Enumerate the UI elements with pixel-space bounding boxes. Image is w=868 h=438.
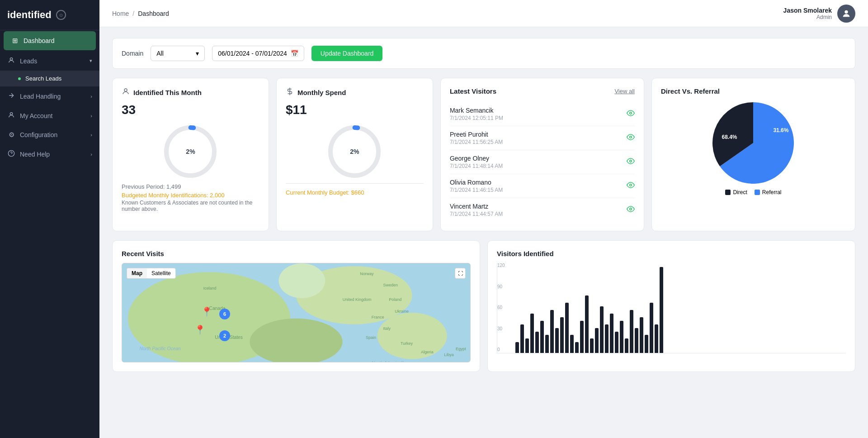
bar (615, 332, 618, 353)
map-pin-2[interactable]: 📍 (194, 324, 206, 335)
monthly-spend-title-text: Monthly Spend (297, 89, 346, 96)
svg-point-37 (279, 263, 326, 298)
map-expand-button[interactable]: ⛶ (455, 268, 466, 279)
bar (635, 328, 638, 353)
view-visitor-icon[interactable] (627, 157, 635, 167)
visitors-identified-card: Visitors Identified 120 90 60 30 0 (487, 240, 855, 372)
sidebar-item-lead-handling[interactable]: Lead Handling › (0, 86, 99, 106)
svg-text:Ukraine: Ukraine (395, 309, 409, 314)
sidebar-item-leads[interactable]: Leads ▾ (0, 51, 99, 71)
svg-text:North Pacific Ocean: North Pacific Ocean (140, 346, 181, 351)
sidebar-item-my-account[interactable]: My Account › (0, 106, 99, 125)
brand-name: identified (7, 9, 52, 21)
domain-value: All (156, 50, 164, 57)
chevron-right-icon: › (90, 132, 92, 138)
date-range-picker[interactable]: 06/01/2024 - 07/01/2024 📅 (212, 46, 304, 61)
bar (540, 321, 544, 353)
svg-point-4 (124, 89, 127, 91)
chevron-down-icon: ▾ (196, 50, 199, 57)
sidebar-item-label: Configuration (20, 131, 57, 138)
visitor-row: George Olney 7/1/2024 11:48:14 AM (450, 150, 635, 174)
identified-donut-label: 2% (186, 148, 195, 155)
monthly-spend-title: Monthly Spend (286, 87, 424, 97)
leads-icon (7, 57, 15, 65)
bar (585, 295, 589, 353)
recent-visits-title: Recent Visits (122, 250, 471, 257)
bar (570, 335, 574, 353)
sidebar-subitem-label: Search Leads (25, 75, 61, 82)
monthly-spend-value: $11 (286, 103, 424, 117)
sidebar-item-label: Leads (20, 57, 37, 65)
user-name: Jason Smolarek (783, 7, 832, 14)
domain-label: Domain (122, 50, 143, 57)
svg-point-14 (630, 208, 632, 210)
map-cluster-2[interactable]: 2 (219, 330, 230, 341)
latest-visitors-card: Latest Visitors View all Mark Semancik 7… (440, 78, 644, 231)
bar (550, 310, 554, 353)
bar (630, 310, 633, 353)
sidebar-item-dashboard[interactable]: ⊞ Dashboard (4, 31, 96, 50)
sidebar-item-label: Lead Handling (20, 93, 61, 100)
chevron-right-icon: › (90, 113, 92, 119)
svg-point-11 (630, 136, 632, 138)
map-tabs: Map Satellite (127, 268, 176, 279)
view-visitor-icon[interactable] (627, 205, 635, 215)
bar-chart-area: 120 90 60 30 0 (497, 263, 846, 353)
identified-card: Identified This Month 33 2% Previous Per… (112, 78, 269, 231)
view-all-link[interactable]: View all (614, 88, 635, 95)
svg-text:Iceland: Iceland (203, 286, 217, 290)
svg-text:Norway: Norway (360, 271, 374, 276)
spend-donut-label: 2% (350, 148, 359, 155)
bar (605, 324, 609, 353)
map-pin-1[interactable]: 📍 (201, 306, 212, 317)
date-range-value: 06/01/2024 - 07/01/2024 (218, 50, 287, 57)
visitor-info: George Olney 7/1/2024 11:48:14 AM (450, 155, 503, 169)
chevron-down-icon: ▾ (90, 58, 92, 64)
svg-text:Libya: Libya (444, 352, 453, 357)
visitor-name: George Olney (450, 155, 503, 162)
user-info: Jason Smolarek Admin (783, 5, 855, 23)
sidebar-subitem-search-leads[interactable]: Search Leads (0, 71, 99, 86)
map-tab-satellite[interactable]: Satellite (147, 268, 175, 278)
bar (565, 303, 569, 353)
domain-select[interactable]: All ▾ (151, 46, 205, 61)
sidebar-item-need-help[interactable]: Need Help › (0, 144, 99, 164)
map-cluster-6[interactable]: 6 (219, 309, 230, 319)
dashboard-icon: ⊞ (11, 37, 19, 45)
avatar[interactable] (837, 5, 855, 23)
map-tab-map[interactable]: Map (127, 268, 147, 278)
visitor-row: Olivia Romano 7/1/2024 11:46:15 AM (450, 174, 635, 198)
bar (520, 324, 524, 353)
monthly-spend-card: Monthly Spend $11 2% Current Monthly Bud… (276, 78, 433, 231)
svg-point-12 (630, 160, 632, 162)
view-visitor-icon[interactable] (627, 133, 635, 143)
y-label-30: 30 (497, 326, 505, 331)
user-role: Admin (783, 14, 832, 20)
view-visitor-icon[interactable] (627, 109, 635, 119)
chevron-right-icon: › (90, 152, 92, 157)
breadcrumb-home[interactable]: Home (112, 10, 129, 17)
bar (535, 332, 539, 353)
y-label-90: 90 (497, 284, 505, 289)
chevron-right-icon: › (90, 94, 92, 99)
visitor-time: 7/1/2024 12:05:11 PM (450, 115, 503, 121)
visitor-name: Preeti Purohit (450, 131, 503, 138)
sub-dot-icon (18, 77, 21, 80)
update-dashboard-button[interactable]: Update Dashboard (311, 46, 383, 61)
svg-point-3 (844, 10, 848, 13)
visitor-time: 7/1/2024 11:48:14 AM (450, 163, 503, 169)
view-visitor-icon[interactable] (627, 181, 635, 191)
bar (575, 342, 579, 353)
pie-chart-card: Direct Vs. Referral 68.4% 31.6% (651, 78, 855, 231)
svg-text:Algeria: Algeria (421, 350, 434, 354)
identified-known: Known Customers & Associates are not cou… (122, 200, 259, 212)
pie-chart-svg (712, 102, 794, 184)
pie-chart-title: Direct Vs. Referral (661, 87, 846, 95)
svg-point-1 (10, 113, 12, 115)
svg-point-0 (10, 58, 12, 60)
bottom-row: Recent Visits North Pacific Ocean North … (112, 240, 855, 372)
my-account-icon (7, 111, 15, 120)
direct-dot (725, 190, 731, 195)
sidebar-item-configuration[interactable]: ⚙ Configuration › (0, 125, 99, 144)
identified-donut: 2% (163, 124, 217, 179)
